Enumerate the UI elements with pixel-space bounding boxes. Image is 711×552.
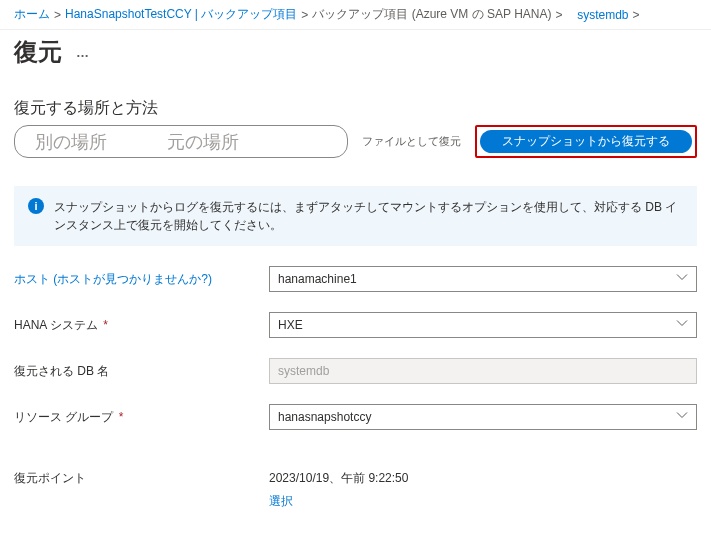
info-text: スナップショットからログを復元するには、まずアタッチしてマウントするオプションを… <box>54 198 683 234</box>
section-heading: 復元する場所と方法 <box>0 78 711 125</box>
breadcrumb-sep: > <box>301 8 308 22</box>
restore-location-tabs: 別の場所 元の場所 ファイルとして復元 スナップショットから復元する <box>0 125 711 158</box>
host-label-text: ホスト <box>14 272 50 286</box>
rg-label-text: リソース グループ <box>14 410 113 424</box>
restore-point-select-link[interactable]: 選択 <box>269 494 293 508</box>
row-restored-db: 復元される DB 名 systemdb <box>14 358 697 384</box>
tab-alt-orig[interactable]: 別の場所 元の場所 <box>14 125 348 158</box>
title-row: 復元 … <box>0 30 711 78</box>
host-label-link[interactable]: ホスト (ホストが見つかりませんか?) <box>14 272 212 286</box>
restore-form: ホスト (ホストが見つかりませんか?) hanamachine1 HANA シス… <box>0 246 711 460</box>
rg-select[interactable]: hanasnapshotccy <box>269 404 697 430</box>
host-help-text: (ホストが見つかりませんか?) <box>53 272 212 286</box>
restored-db-label: 復元される DB 名 <box>14 363 269 380</box>
restore-point-label: 復元ポイント <box>14 470 269 510</box>
host-control[interactable]: hanamachine1 <box>269 266 697 292</box>
hana-label: HANA システム * <box>14 317 269 334</box>
row-resource-group: リソース グループ * hanasnapshotccy <box>14 404 697 430</box>
breadcrumb-sep: > <box>633 8 640 22</box>
rg-value: hanasnapshotccy <box>278 410 371 424</box>
tab-as-files[interactable]: ファイルとして復元 <box>348 125 475 158</box>
host-value: hanamachine1 <box>278 272 357 286</box>
breadcrumb-home[interactable]: ホーム <box>14 6 50 23</box>
info-box: i スナップショットからログを復元するには、まずアタッチしてマウントするオプショ… <box>14 186 697 246</box>
chevron-down-icon <box>676 410 688 425</box>
info-icon: i <box>28 198 44 214</box>
more-button[interactable]: … <box>76 45 91 60</box>
row-hana: HANA システム * HXE <box>14 312 697 338</box>
breadcrumb-db[interactable]: systemdb <box>577 8 628 22</box>
breadcrumb-backup-items: バックアップ項目 (Azure VM の SAP HANA) <box>312 6 551 23</box>
breadcrumb-sep: > <box>556 8 563 22</box>
chevron-down-icon <box>676 318 688 333</box>
restored-db-control: systemdb <box>269 358 697 384</box>
chevron-down-icon <box>676 272 688 287</box>
row-host: ホスト (ホストが見つかりませんか?) hanamachine1 <box>14 266 697 292</box>
tab-alt-location-label: 別の場所 <box>35 130 107 154</box>
required-marker: * <box>119 410 124 424</box>
hana-value: HXE <box>278 318 303 332</box>
rg-label: リソース グループ * <box>14 409 269 426</box>
tab-from-snapshot[interactable]: スナップショットから復元する <box>480 130 692 153</box>
tab-orig-location-label: 元の場所 <box>167 130 239 154</box>
restore-point-value: 2023/10/19、午前 9:22:50 <box>269 470 408 487</box>
host-label: ホスト (ホストが見つかりませんか?) <box>14 271 269 288</box>
required-marker: * <box>103 318 108 332</box>
restored-db-value: systemdb <box>278 364 329 378</box>
breadcrumb-sep: > <box>54 8 61 22</box>
restore-point-value-block: 2023/10/19、午前 9:22:50 選択 <box>269 470 408 510</box>
restored-db-field: systemdb <box>269 358 697 384</box>
breadcrumb: ホーム > HanaSnapshotTestCCY | バックアップ項目 > バ… <box>0 0 711 30</box>
rg-control[interactable]: hanasnapshotccy <box>269 404 697 430</box>
hana-label-text: HANA システム <box>14 318 98 332</box>
breadcrumb-vault[interactable]: HanaSnapshotTestCCY | バックアップ項目 <box>65 6 297 23</box>
restore-point-row: 復元ポイント 2023/10/19、午前 9:22:50 選択 <box>0 460 711 520</box>
page-title: 復元 <box>14 36 62 68</box>
tab-from-snapshot-highlight: スナップショットから復元する <box>475 125 697 158</box>
hana-select[interactable]: HXE <box>269 312 697 338</box>
hana-control[interactable]: HXE <box>269 312 697 338</box>
host-select[interactable]: hanamachine1 <box>269 266 697 292</box>
